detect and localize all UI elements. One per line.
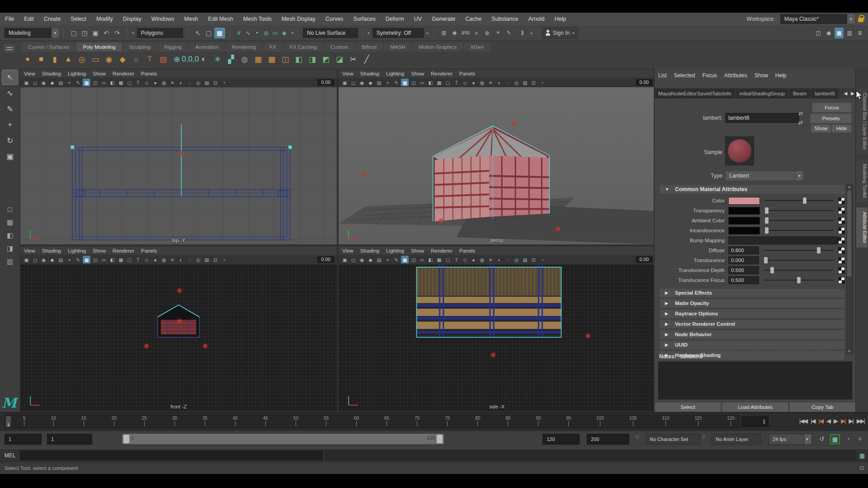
ae-menu-item[interactable]: Focus bbox=[702, 72, 717, 79]
menu-item[interactable]: Generate bbox=[427, 13, 460, 25]
viewport-toolbar-icon[interactable]: ◐ bbox=[177, 256, 185, 263]
chevron-down-icon[interactable]: ▾ bbox=[132, 31, 134, 35]
viewport-toolbar-icon[interactable]: ▭ bbox=[100, 256, 108, 263]
viewport-toolbar-icon[interactable]: ● bbox=[470, 256, 477, 263]
viewport-toolbar-icon[interactable]: ▩ bbox=[117, 256, 125, 263]
shelf-tool-icon[interactable]: ◪ bbox=[334, 53, 345, 65]
menu-item[interactable]: File bbox=[0, 13, 19, 25]
shelf-tool-icon[interactable]: ▦ bbox=[252, 53, 264, 65]
panel-menu-item[interactable]: Renderer bbox=[431, 71, 453, 76]
render-icon[interactable]: IPR bbox=[460, 28, 471, 38]
menu-item[interactable]: Arnold bbox=[523, 13, 549, 25]
viewport-toolbar-icon[interactable]: ▤ bbox=[375, 79, 383, 86]
selection-mode-icon[interactable]: ▦ bbox=[214, 28, 225, 38]
viewport-toolbar-icon[interactable]: ◧ bbox=[427, 256, 434, 263]
viewport-toolbar-icon[interactable]: ◌ bbox=[186, 79, 193, 86]
viewport-toolbar-icon[interactable]: ◆ bbox=[367, 256, 374, 263]
animation-start-field[interactable]: 1 bbox=[5, 434, 42, 445]
pause-icon[interactable]: ‖ bbox=[517, 28, 528, 38]
viewport-toolbar-icon[interactable]: ✳ bbox=[487, 79, 495, 86]
file-icon[interactable]: ▣ bbox=[90, 28, 101, 38]
viewport-toolbar-icon[interactable]: ◆ bbox=[48, 256, 56, 263]
viewport-toolbar-icon[interactable]: ▨ bbox=[521, 256, 529, 263]
playback-button[interactable]: ▶ bbox=[833, 416, 838, 427]
shelf-tool-icon[interactable]: ◆ bbox=[117, 53, 128, 65]
snap-icon[interactable]: ◈ bbox=[280, 28, 289, 38]
chevron-right-icon[interactable]: ▸ bbox=[427, 30, 429, 35]
viewport-toolbar-icon[interactable]: ▨ bbox=[203, 256, 211, 263]
layout-shortcut[interactable]: ▦ bbox=[2, 216, 18, 228]
viewport-toolbar-icon[interactable]: ✎ bbox=[74, 256, 82, 263]
panel-menu-item[interactable]: View bbox=[342, 248, 354, 253]
attribute-value-field[interactable]: 0.500 bbox=[728, 276, 759, 284]
viewport-toolbar-icon[interactable]: ▤ bbox=[57, 79, 65, 86]
ae-menu-item[interactable]: Selected bbox=[674, 72, 695, 79]
viewport-toolbar-icon[interactable]: ▣ bbox=[341, 256, 349, 263]
shelf-tool-icon[interactable]: ▮ bbox=[49, 53, 61, 65]
attribute-slider[interactable] bbox=[764, 260, 834, 261]
viewport-toolbar-icon[interactable]: ◧ bbox=[427, 79, 434, 86]
chevron-down-icon[interactable]: ▽ bbox=[636, 435, 639, 440]
sidebar-toggle-icon[interactable]: ◉ bbox=[824, 28, 833, 38]
shelf-tool-icon[interactable]: ▞ bbox=[225, 53, 237, 65]
sidebar-vertical-tab[interactable]: Attribute Editor bbox=[856, 207, 868, 248]
viewport-toolbar-icon[interactable]: ▦ bbox=[401, 79, 409, 86]
viewport-toolbar-icon[interactable]: ◔ bbox=[538, 79, 546, 86]
toolbox-tool[interactable]: ↖ bbox=[2, 70, 18, 84]
shelf-tool-icon[interactable]: ◐ bbox=[198, 53, 210, 65]
render-icon[interactable]: ✎ bbox=[504, 28, 514, 38]
chevron-right-icon[interactable]: ▸ bbox=[531, 30, 533, 35]
viewport-toolbar-icon[interactable]: + bbox=[384, 79, 392, 86]
viewport-toolbar-icon[interactable]: ◧ bbox=[108, 79, 116, 86]
character-runner-icon[interactable]: ✳ bbox=[855, 434, 864, 443]
playback-loop-icon[interactable]: ↺ bbox=[817, 434, 826, 443]
menu-item[interactable]: Edit Mesh bbox=[203, 13, 238, 25]
ae-footer-button[interactable]: Copy Tab bbox=[789, 402, 856, 412]
viewport-toolbar-icon[interactable]: ◻ bbox=[349, 256, 357, 263]
focus-button[interactable]: Focus bbox=[812, 103, 852, 113]
shelf-tool-icon[interactable]: ◧ bbox=[293, 53, 305, 65]
color-swatch[interactable] bbox=[728, 207, 760, 215]
viewport-toolbar-icon[interactable]: ◍ bbox=[160, 256, 168, 263]
exposure-field[interactable]: 0.00 bbox=[317, 79, 335, 86]
panel-menu-item[interactable]: Panels bbox=[459, 248, 475, 253]
viewport-toolbar-icon[interactable]: ◇ bbox=[143, 79, 151, 86]
attribute-slider[interactable] bbox=[764, 270, 834, 271]
ae-footer-button[interactable]: Select bbox=[655, 402, 721, 412]
viewport-toolbar-icon[interactable]: ◆ bbox=[48, 79, 56, 86]
shelf-tab[interactable]: Curves / Surfaces bbox=[22, 42, 75, 52]
fps-dropdown[interactable]: 24 fps bbox=[769, 434, 805, 445]
menu-item[interactable]: Curves bbox=[321, 13, 349, 25]
attribute-slider[interactable] bbox=[764, 210, 834, 211]
shelf-tool-icon[interactable]: ◫ bbox=[279, 53, 291, 65]
selection-mode-icon[interactable]: ▢ bbox=[203, 28, 214, 38]
viewport-front[interactable]: ViewShadingLightingShowRendererPanels ▣◻… bbox=[20, 246, 337, 411]
shelf-tool-icon[interactable]: ◩ bbox=[320, 53, 332, 65]
viewport-toolbar-icon[interactable]: ▢ bbox=[126, 256, 133, 263]
viewport-toolbar-icon[interactable]: ▦ bbox=[83, 79, 90, 86]
viewport-toolbar-icon[interactable]: ▭ bbox=[418, 256, 426, 263]
attribute-slider[interactable] bbox=[764, 200, 834, 201]
viewport-toolbar-icon[interactable]: ◎ bbox=[513, 256, 520, 263]
chevron-down-icon[interactable]: ▾ bbox=[796, 171, 803, 180]
anim-layer-dropdown[interactable]: No Anim Layer bbox=[712, 434, 761, 445]
layout-shortcut[interactable]: ▥ bbox=[2, 256, 18, 267]
shelf-tab[interactable]: Poly Modeling bbox=[76, 42, 122, 52]
viewport-toolbar-icon[interactable]: + bbox=[384, 256, 392, 263]
viewport-canvas-persp[interactable]: persp bbox=[339, 87, 655, 244]
panel-menu-item[interactable]: Shading bbox=[360, 248, 379, 253]
panel-menu-item[interactable]: Shading bbox=[360, 71, 379, 76]
viewport-toolbar-icon[interactable]: ▢ bbox=[126, 79, 133, 86]
sidebar-vertical-tab[interactable]: Modeling Toolkit bbox=[856, 160, 868, 202]
menu-set-dropdown[interactable]: Modeling ▾ bbox=[5, 28, 59, 38]
viewport-toolbar-icon[interactable]: ✎ bbox=[392, 256, 400, 263]
chevron-down-icon[interactable]: ▾ bbox=[804, 434, 812, 445]
viewport-canvas-side[interactable]: side -X bbox=[339, 264, 655, 411]
collapsed-section[interactable]: Matte Opacity bbox=[659, 299, 845, 308]
shelf-tab[interactable]: Custom bbox=[324, 42, 355, 52]
toolbox-tool[interactable]: ∿ bbox=[2, 86, 18, 100]
swap-input-icon[interactable]: ⇄ bbox=[798, 110, 803, 117]
panel-menu-item[interactable]: Panels bbox=[141, 71, 157, 76]
ae-menu-item[interactable]: List bbox=[658, 72, 667, 79]
panel-menu-item[interactable]: Show bbox=[93, 71, 106, 76]
